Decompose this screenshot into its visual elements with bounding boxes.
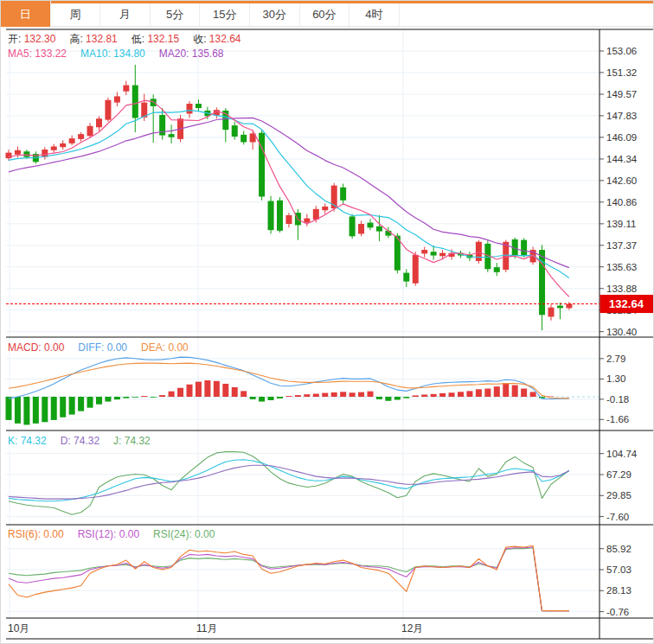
candle	[566, 304, 572, 309]
macd-bar	[159, 395, 165, 397]
macd-bar	[394, 397, 401, 399]
axis-label: 104.74	[606, 449, 638, 459]
tab-period-2[interactable]: 周	[51, 3, 101, 26]
axis-label: 137.37	[606, 240, 637, 251]
candle	[358, 224, 364, 233]
candle	[78, 134, 84, 139]
kdj-d-line	[9, 465, 569, 499]
candle	[431, 252, 437, 255]
macd-bar	[521, 389, 527, 397]
macd-bar	[494, 386, 500, 397]
candle	[69, 138, 75, 143]
candle	[494, 267, 500, 272]
macd-bar	[132, 397, 138, 398]
chart-window: 日周月5分15分30分60分4时 开: 132.30高: 132.81低: 13…	[0, 0, 654, 644]
candle	[476, 242, 482, 261]
tab-period-7[interactable]: 60分	[300, 3, 350, 26]
macd-bar	[60, 397, 66, 418]
macd-bar	[358, 392, 364, 397]
month-label: 12月	[401, 622, 423, 634]
axis-label: 57.03	[606, 564, 632, 575]
macd-bar	[23, 397, 29, 424]
macd-bar	[204, 380, 210, 397]
candle	[268, 201, 274, 230]
rsi24-line	[9, 548, 569, 611]
axis-label: 140.86	[606, 197, 637, 207]
macd-bar	[141, 396, 147, 397]
tab-period-1[interactable]: 日	[1, 1, 51, 27]
macd-bar	[340, 392, 346, 397]
candle	[51, 146, 57, 150]
tab-period-5[interactable]: 15分	[200, 3, 250, 26]
macd-bar	[313, 394, 319, 397]
macd-bar	[431, 394, 437, 397]
macd-bar	[51, 397, 57, 420]
month-label: 11月	[196, 622, 217, 634]
candle	[548, 308, 555, 317]
candle	[60, 143, 66, 147]
macd-bar	[187, 385, 193, 397]
axis-label: 2.79	[606, 354, 625, 364]
macd-bar	[259, 397, 265, 402]
tab-period-6[interactable]: 30分	[250, 3, 300, 26]
macd-bar	[403, 397, 409, 399]
axis-label: 67.29	[606, 469, 632, 480]
axis-label: 139.11	[606, 219, 636, 229]
macd-bar	[169, 392, 175, 397]
candle	[151, 99, 157, 106]
candle	[23, 151, 29, 156]
candle	[521, 240, 527, 257]
axis-label: 144.34	[606, 154, 638, 164]
candle	[277, 201, 283, 231]
macd-bar	[285, 396, 292, 397]
macd-bar	[196, 382, 202, 397]
candle	[15, 150, 21, 155]
macd-bar	[42, 397, 48, 422]
axis-label: 146.09	[606, 132, 637, 143]
macd-bar	[114, 397, 120, 399]
candle	[376, 226, 382, 232]
macd-bar	[123, 397, 129, 399]
candle	[187, 104, 193, 113]
macd-bar	[87, 397, 93, 408]
tab-period-8[interactable]: 4时	[349, 3, 400, 26]
candle	[557, 306, 563, 309]
tab-period-3[interactable]: 月	[100, 3, 151, 26]
axis-label: -7.60	[606, 512, 629, 522]
rsi6-line	[9, 545, 569, 610]
kdj-j-line	[9, 452, 569, 515]
macd-bar	[449, 392, 455, 397]
macd-bar	[530, 392, 536, 397]
candle	[285, 215, 292, 224]
macd-bar	[512, 386, 518, 397]
macd-bar	[304, 394, 310, 397]
candle	[87, 126, 93, 136]
macd-bar	[385, 397, 391, 401]
candle	[413, 255, 419, 284]
macd-bar	[322, 393, 328, 397]
macd-bar	[96, 397, 102, 405]
macd-bar	[268, 397, 274, 400]
macd-bar	[484, 389, 490, 397]
chart-canvas[interactable]: 153.06151.32149.57147.83146.09144.34142.…	[1, 1, 654, 644]
axis-label: 1.30	[606, 373, 625, 384]
tab-period-4[interactable]: 5分	[151, 3, 201, 26]
last-price-tag-label: 132.64	[609, 297, 644, 310]
macd-bar	[277, 397, 283, 399]
macd-bar	[331, 392, 337, 397]
candle	[322, 207, 328, 210]
candle	[259, 133, 265, 197]
candle	[114, 96, 120, 102]
macd-bar	[349, 392, 356, 397]
macd-bar	[376, 397, 382, 399]
axis-label: -0.76	[606, 607, 629, 617]
macd-bar	[232, 387, 238, 397]
axis-label: 135.63	[606, 262, 637, 272]
candle	[421, 250, 427, 253]
macd-bar	[214, 381, 220, 397]
macd-bar	[295, 395, 301, 397]
candle	[196, 104, 202, 108]
macd-bar	[151, 397, 157, 398]
candle	[403, 273, 409, 282]
candle	[439, 253, 446, 257]
